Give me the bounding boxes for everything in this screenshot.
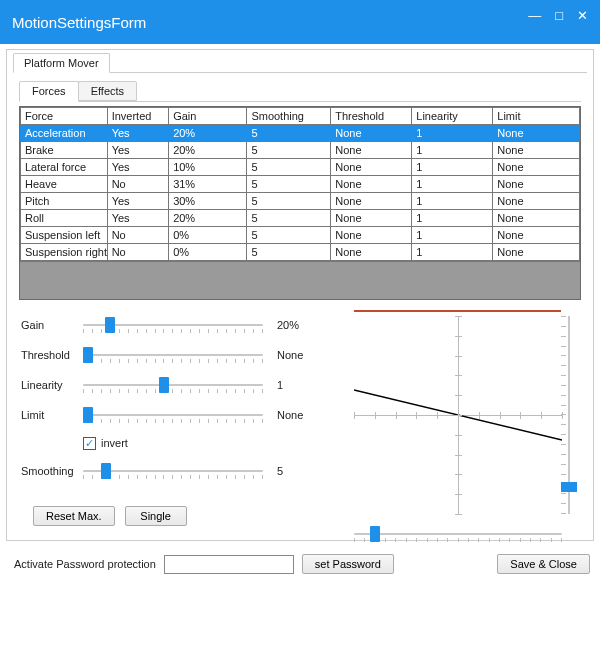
limit-slider[interactable] <box>83 405 263 425</box>
minimize-icon[interactable]: — <box>528 9 541 22</box>
main-panel: Platform Mover Forces Effects Force Inve… <box>6 49 594 541</box>
cell-linearity: 1 <box>412 125 493 142</box>
table-row[interactable]: Lateral forceYes10%5None1None <box>21 159 580 176</box>
cell-gain: 30% <box>169 193 247 210</box>
cell-inverted: Yes <box>107 142 168 159</box>
cell-linearity: 1 <box>412 244 493 261</box>
cell-gain: 20% <box>169 210 247 227</box>
col-smoothing[interactable]: Smoothing <box>247 108 331 125</box>
cell-force: Suspension left <box>21 227 108 244</box>
window-title: MotionSettingsForm <box>12 14 146 31</box>
close-icon[interactable]: ✕ <box>577 9 588 22</box>
threshold-slider[interactable] <box>83 345 263 365</box>
slider-buttons: Reset Max. Single <box>33 506 328 526</box>
cell-limit: None <box>493 176 580 193</box>
cell-force: Heave <box>21 176 108 193</box>
cell-gain: 20% <box>169 125 247 142</box>
smoothing-slider[interactable] <box>83 461 263 481</box>
table-row[interactable]: PitchYes30%5None1None <box>21 193 580 210</box>
cell-smoothing: 5 <box>247 227 331 244</box>
cell-gain: 31% <box>169 176 247 193</box>
table-row[interactable]: RollYes20%5None1None <box>21 210 580 227</box>
cell-gain: 10% <box>169 159 247 176</box>
cell-smoothing: 5 <box>247 159 331 176</box>
table-row[interactable]: AccelerationYes20%5None1None <box>21 125 580 142</box>
cell-inverted: Yes <box>107 193 168 210</box>
table-row[interactable]: BrakeYes20%5None1None <box>21 142 580 159</box>
cell-limit: None <box>493 142 580 159</box>
table-row[interactable]: HeaveNo31%5None1None <box>21 176 580 193</box>
cell-inverted: Yes <box>107 125 168 142</box>
cell-limit: None <box>493 159 580 176</box>
graph-top-bar <box>354 310 561 312</box>
cell-linearity: 1 <box>412 227 493 244</box>
tab-effects[interactable]: Effects <box>78 81 137 101</box>
limit-value: None <box>277 409 327 421</box>
table-row[interactable]: Suspension leftNo0%5None1None <box>21 227 580 244</box>
cell-force: Suspension right <box>21 244 108 261</box>
cell-smoothing: 5 <box>247 142 331 159</box>
col-inverted[interactable]: Inverted <box>107 108 168 125</box>
password-input[interactable] <box>164 555 294 574</box>
cell-smoothing: 5 <box>247 176 331 193</box>
reset-max-button[interactable]: Reset Max. <box>33 506 115 526</box>
gain-slider[interactable] <box>83 315 263 335</box>
inner-panel: Forces Effects Force Inverted Gain Smoot… <box>13 73 587 532</box>
threshold-value: None <box>277 349 327 361</box>
graph-vertical-slider[interactable] <box>561 316 577 514</box>
graph-area <box>328 310 581 526</box>
cell-threshold: None <box>331 210 412 227</box>
cell-inverted: Yes <box>107 210 168 227</box>
col-threshold[interactable]: Threshold <box>331 108 412 125</box>
linearity-value: 1 <box>277 379 327 391</box>
threshold-row: Threshold None <box>21 340 328 370</box>
col-gain[interactable]: Gain <box>169 108 247 125</box>
smoothing-value: 5 <box>277 465 327 477</box>
cell-linearity: 1 <box>412 159 493 176</box>
cell-linearity: 1 <box>412 193 493 210</box>
invert-row: ✓ invert <box>83 430 328 456</box>
graph-horizontal-slider[interactable] <box>354 524 562 540</box>
cell-inverted: Yes <box>107 159 168 176</box>
smoothing-row: Smoothing 5 <box>21 456 328 486</box>
cell-threshold: None <box>331 159 412 176</box>
col-force[interactable]: Force <box>21 108 108 125</box>
cell-smoothing: 5 <box>247 125 331 142</box>
cell-threshold: None <box>331 227 412 244</box>
cell-linearity: 1 <box>412 210 493 227</box>
save-close-button[interactable]: Save & Close <box>497 554 590 574</box>
set-password-button[interactable]: set Password <box>302 554 394 574</box>
single-button[interactable]: Single <box>125 506 187 526</box>
cell-limit: None <box>493 125 580 142</box>
col-limit[interactable]: Limit <box>493 108 580 125</box>
window-controls: — □ ✕ <box>528 9 590 22</box>
cell-smoothing: 5 <box>247 210 331 227</box>
table-empty-area <box>20 261 580 299</box>
cell-limit: None <box>493 244 580 261</box>
cell-limit: None <box>493 193 580 210</box>
response-plot <box>354 316 562 514</box>
gain-label: Gain <box>21 319 83 331</box>
threshold-label: Threshold <box>21 349 83 361</box>
cell-threshold: None <box>331 125 412 142</box>
invert-checkbox[interactable]: ✓ <box>83 437 96 450</box>
cell-limit: None <box>493 227 580 244</box>
cell-force: Pitch <box>21 193 108 210</box>
table-row[interactable]: Suspension rightNo0%5None1None <box>21 244 580 261</box>
cell-threshold: None <box>331 176 412 193</box>
cell-gain: 20% <box>169 142 247 159</box>
linearity-label: Linearity <box>21 379 83 391</box>
cell-force: Brake <box>21 142 108 159</box>
tab-platform-mover[interactable]: Platform Mover <box>13 53 110 73</box>
cell-force: Acceleration <box>21 125 108 142</box>
cell-threshold: None <box>331 142 412 159</box>
cell-linearity: 1 <box>412 176 493 193</box>
cell-gain: 0% <box>169 244 247 261</box>
tab-forces[interactable]: Forces <box>19 81 79 102</box>
cell-smoothing: 5 <box>247 193 331 210</box>
linearity-slider[interactable] <box>83 375 263 395</box>
slider-panel: Gain 20% Threshold None Li <box>19 310 328 526</box>
cell-linearity: 1 <box>412 142 493 159</box>
col-linearity[interactable]: Linearity <box>412 108 493 125</box>
maximize-icon[interactable]: □ <box>555 9 563 22</box>
